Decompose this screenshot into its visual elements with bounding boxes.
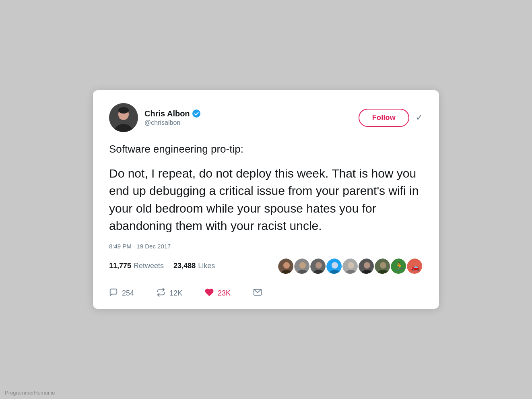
svg-point-16 [332,262,338,269]
liker-avatar: 🏃 [390,258,407,275]
liker-avatar [293,258,310,275]
like-count: 23K [218,289,231,298]
chevron-down-icon[interactable]: ✓ [416,112,423,123]
stats-row: 11,775 Retweets 23,488 Likes [109,256,423,282]
reply-count: 254 [122,289,134,298]
user-handle: @chrisalbon [144,119,200,126]
liker-avatar [374,258,391,275]
like-action[interactable]: 23K [205,288,231,299]
retweets-count: 11,775 [109,262,131,270]
user-info: Chris Albon @chrisalbon [144,109,200,126]
retweets-stat: 11,775 Retweets [109,262,164,270]
stats-divider [269,256,269,276]
liker-avatar [358,258,375,275]
retweet-icon [157,288,165,299]
svg-point-25 [380,262,386,269]
liker-avatar [342,258,359,275]
reply-icon [109,288,118,299]
reply-action[interactable]: 254 [109,288,134,299]
follow-button[interactable]: Follow [359,109,409,127]
liker-avatar [326,258,342,275]
svg-point-10 [299,262,306,269]
verified-icon [192,110,200,118]
retweet-count: 12K [169,289,182,298]
svg-text:🏃: 🏃 [394,262,404,271]
svg-point-19 [348,262,354,269]
heart-icon [205,288,214,299]
dm-action[interactable] [253,288,262,299]
user-name: Chris Albon [144,109,190,118]
svg-point-22 [364,262,370,269]
svg-point-5 [192,110,200,118]
envelope-icon [253,288,262,299]
likes-label: Likes [198,262,215,270]
tweet-header: Chris Albon @chrisalbon Follow ✓ [109,103,423,132]
svg-rect-4 [120,117,123,119]
avatar [109,103,138,132]
tweet-main-text: Do not, I repeat, do not deploy this wee… [109,165,423,235]
liker-avatar: 🚗 [406,258,423,275]
user-name-row: Chris Albon [144,109,200,118]
tweet-body: Software engineering pro-tip: Do not, I … [109,142,423,234]
header-right: Follow ✓ [359,109,423,127]
tweet-timestamp: 8:49 PM · 19 Dec 2017 [109,243,423,250]
actions-row: 254 12K 23K [109,282,423,299]
liker-avatar [277,258,294,275]
liker-avatar [309,258,326,275]
svg-point-13 [315,262,322,269]
tweet-pretip: Software engineering pro-tip: [109,142,423,156]
stats-left: 11,775 Retweets 23,488 Likes [109,262,269,270]
likers-row: 🏃 🚗 [277,258,423,275]
footer-credit: ProgrammerHumor.io [5,390,55,396]
retweets-label: Retweets [134,262,164,270]
svg-point-3 [118,107,129,114]
svg-text:🚗: 🚗 [411,263,420,271]
tweet-card: Chris Albon @chrisalbon Follow ✓ Softwar… [93,90,439,308]
likes-stat: 23,488 Likes [173,262,215,270]
retweet-action[interactable]: 12K [157,288,182,299]
tweet-header-left: Chris Albon @chrisalbon [109,103,200,132]
likes-count: 23,488 [173,262,196,270]
svg-point-7 [283,262,290,269]
